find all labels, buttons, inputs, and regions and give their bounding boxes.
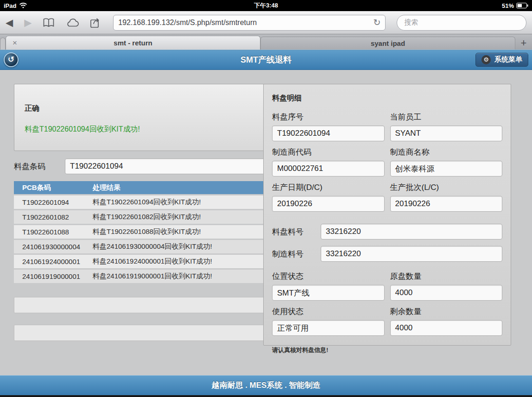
table-header: PCB条码 处理结果	[14, 181, 266, 194]
field-value: 33216220	[326, 249, 361, 258]
clock: 下午3:48	[0, 1, 532, 10]
field-label: 制造料号	[272, 249, 321, 259]
status-title: 正确	[25, 104, 257, 113]
app-header: ↺ SMT产线退料 ⚙ 系统菜单	[0, 50, 532, 70]
current-employee-input[interactable]: SYANT	[390, 126, 503, 141]
main-content: 正确 料盘T19022601094回收到KIT成功! 料盘条码 T1902260…	[0, 70, 532, 375]
cell-barcode: 241061930000004	[14, 243, 93, 251]
tab-bar: × smt - return syant ipad +	[0, 34, 532, 50]
field-value: 33216220	[326, 227, 361, 236]
field-value: T19022601094	[277, 129, 330, 138]
share-icon[interactable]	[90, 17, 102, 28]
field-label: 剩余数量	[390, 306, 503, 317]
new-tab-button[interactable]: +	[515, 37, 532, 50]
footer-bar: 越南耐思 . MES系统 . 智能制造	[0, 375, 532, 397]
field-value: M000022761	[277, 164, 323, 173]
field-value: SMT产线	[277, 288, 310, 298]
verify-note: 请认真核对料盘信息!	[272, 346, 502, 354]
field-value: 20190226	[277, 199, 312, 208]
url-text: 192.168.199.132/smt/S.php/smt/smtreturn	[118, 19, 257, 27]
field-value: 正常可用	[277, 323, 309, 334]
empty-field-bar	[14, 325, 266, 341]
tab-stub	[0, 38, 6, 50]
system-menu-button[interactable]: ⚙ 系统菜单	[475, 53, 528, 67]
col-header-pcb: PCB条码	[14, 183, 93, 192]
field-value: 20190226	[395, 199, 431, 208]
cell-result: 料盘T19022601094回收到KIT成功!	[93, 198, 266, 207]
field-label: 料盘序号	[272, 112, 385, 122]
barcode-value: T19022601094	[70, 162, 123, 171]
cell-barcode: 241061924000001	[14, 258, 93, 265]
field-label: 生产日期(D/C)	[272, 182, 385, 193]
cell-barcode: T19022601088	[14, 228, 93, 236]
address-bar[interactable]: 192.168.199.132/smt/S.php/smt/smtreturn …	[113, 15, 386, 31]
status-grid: 位置状态 SMT产线 原盘数量 4000 使用状态 正常可用 剩余数量 4000	[272, 271, 502, 341]
tab-smt-return[interactable]: × smt - return	[6, 36, 260, 50]
field-label: 使用状态	[272, 306, 385, 317]
cell-result: 料盘241061919000001回收到KIT成功!	[93, 272, 266, 281]
field-value: 4000	[395, 288, 413, 297]
browser-toolbar: ◀ ▶ 192.168.199.132/smt/S.php/smt/smtret…	[0, 11, 532, 34]
page-title: SMT产线退料	[0, 54, 532, 65]
reel-serial-input[interactable]: T19022601094	[272, 126, 385, 141]
lot-code-input[interactable]: 20190226	[390, 196, 503, 212]
cell-result: 料盘241061930000004回收到KIT成功!	[93, 242, 266, 251]
field-label: 制造商代码	[272, 147, 385, 158]
search-input[interactable]: 搜索	[397, 15, 526, 31]
col-header-result: 处理结果	[93, 183, 266, 192]
cell-result: 料盘241061924000001回收到KIT成功!	[93, 257, 266, 266]
left-panel: 正确 料盘T19022601094回收到KIT成功! 料盘条码 T1902260…	[14, 84, 266, 341]
system-menu-label: 系统菜单	[494, 55, 522, 64]
status-message: 料盘T19022601094回收到KIT成功!	[25, 125, 257, 134]
barcode-row: 料盘条码 T19022601094	[14, 158, 266, 174]
reel-detail-panel: 料盘明细 料盘序号 T19022601094 当前员工 SYANT 制造商代码 …	[263, 84, 511, 346]
field-label: 生产批次(L/C)	[390, 182, 503, 193]
location-status-input[interactable]: SMT产线	[272, 285, 385, 301]
reel-part-row: 料盘料号 33216220	[272, 224, 502, 239]
mfg-part-row: 制造料号 33216220	[272, 246, 502, 262]
table-row: 241061919000001 料盘241061919000001回收到KIT成…	[14, 270, 266, 283]
table-row: 241061930000004 料盘241061930000004回收到KIT成…	[14, 240, 266, 253]
search-placeholder: 搜索	[404, 18, 418, 27]
reel-part-input[interactable]: 33216220	[321, 224, 502, 239]
field-label: 制造商名称	[390, 147, 503, 158]
field-label: 当前员工	[390, 112, 503, 122]
field-value: 创米泰科源	[395, 164, 435, 174]
field-label: 料盘料号	[272, 227, 321, 237]
back-button[interactable]: ◀	[6, 18, 13, 27]
table-row: T19022601094 料盘T19022601094回收到KIT成功!	[14, 195, 266, 209]
table-row: T19022601088 料盘T19022601088回收到KIT成功!	[14, 225, 266, 239]
usage-status-input[interactable]: 正常可用	[272, 320, 385, 336]
detail-title: 料盘明细	[272, 94, 502, 103]
gear-icon: ⚙	[481, 55, 491, 64]
icloud-tabs-icon[interactable]	[66, 19, 79, 27]
field-value: SYANT	[395, 129, 421, 138]
barcode-input[interactable]: T19022601094	[65, 158, 266, 174]
tab-label: smt - return	[114, 39, 152, 47]
remaining-qty-input[interactable]: 4000	[390, 320, 503, 336]
cell-result: 料盘T19022601082回收到KIT成功!	[93, 213, 266, 221]
close-tab-icon[interactable]: ×	[13, 38, 17, 48]
date-code-input[interactable]: 20190226	[272, 196, 385, 212]
tab-syant-ipad[interactable]: syant ipad	[260, 37, 515, 50]
barcode-label: 料盘条码	[14, 161, 65, 172]
cell-barcode: 241061919000001	[14, 272, 93, 280]
field-value: 4000	[395, 323, 413, 333]
reload-icon[interactable]: ↻	[373, 17, 380, 28]
manufacturer-name-input[interactable]: 创米泰科源	[390, 161, 503, 176]
tab-label: syant ipad	[371, 39, 405, 47]
cell-result: 料盘T19022601088回收到KIT成功!	[93, 227, 266, 236]
manufacturer-code-input[interactable]: M000022761	[272, 161, 385, 176]
ios-status-bar: iPad 下午3:48 51%	[0, 0, 532, 11]
result-table: PCB条码 处理结果 T19022601094 料盘T19022601094回收…	[14, 181, 266, 283]
forward-button[interactable]: ▶	[24, 18, 32, 27]
original-qty-input[interactable]: 4000	[390, 285, 503, 301]
detail-grid: 料盘序号 T19022601094 当前员工 SYANT 制造商代码 M0000…	[272, 112, 502, 217]
field-label: 原盘数量	[390, 271, 503, 282]
mfg-part-input[interactable]: 33216220	[321, 246, 502, 262]
field-label: 位置状态	[272, 271, 385, 282]
status-box: 正确 料盘T19022601094回收到KIT成功!	[14, 84, 266, 151]
cell-barcode: T19022601082	[14, 213, 93, 221]
cell-barcode: T19022601094	[14, 198, 93, 206]
bookmarks-icon[interactable]	[43, 18, 55, 28]
